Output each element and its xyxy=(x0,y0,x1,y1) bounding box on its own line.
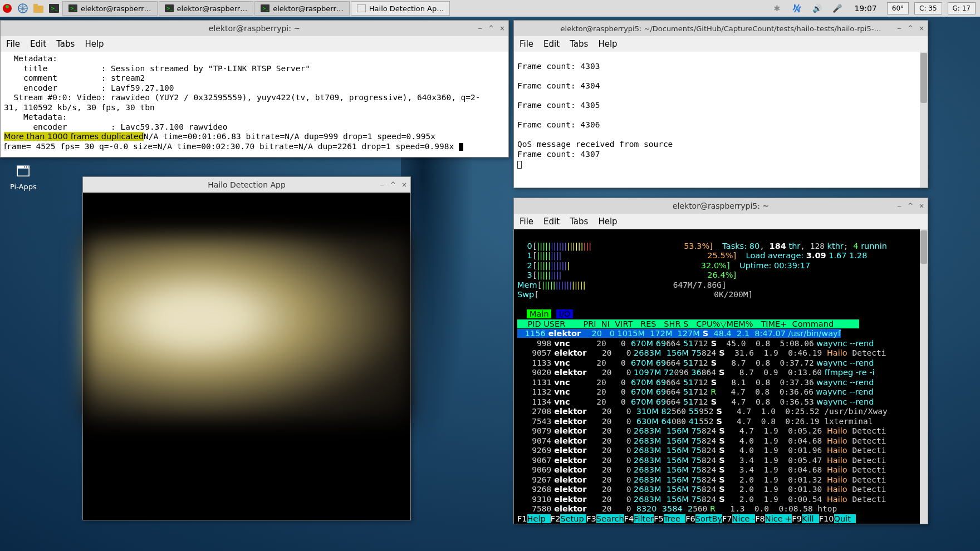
terminal-window-2[interactable]: elektor@raspberrypi5: ~/Documents/GitHub… xyxy=(513,20,928,188)
scrollbar[interactable] xyxy=(920,52,928,188)
svg-rect-13 xyxy=(357,4,366,12)
svg-point-1 xyxy=(6,5,9,8)
menubar: File Edit Tabs Help xyxy=(1,36,508,52)
file-manager-icon[interactable] xyxy=(31,1,46,16)
taskbar-app[interactable]: Hailo Detection Ap… xyxy=(351,1,450,16)
terminal-window-1[interactable]: elektor@raspberrypi: ~ ‒ ^ × File Edit T… xyxy=(0,20,509,158)
menu-file[interactable]: File xyxy=(520,217,533,227)
web-browser-icon[interactable] xyxy=(16,1,30,16)
menu-tabs[interactable]: Tabs xyxy=(56,39,75,49)
taskbar: >_ >_elektor@raspberr…>_elektor@raspberr… xyxy=(0,0,980,17)
menu-file[interactable]: File xyxy=(520,39,533,49)
svg-text:>_: >_ xyxy=(70,6,77,11)
close-icon[interactable]: × xyxy=(498,24,506,32)
app-menu-icon[interactable] xyxy=(0,1,14,16)
scrollbar[interactable] xyxy=(920,229,928,524)
svg-rect-4 xyxy=(33,4,38,7)
hailo-detection-window[interactable]: Hailo Detection App ‒ ^ × xyxy=(82,176,411,520)
menu-help[interactable]: Help xyxy=(598,217,617,227)
temp-indicator[interactable]: 60° xyxy=(887,2,909,14)
menu-edit[interactable]: Edit xyxy=(543,39,560,49)
maximize-icon[interactable]: ^ xyxy=(906,202,914,210)
terminal-window-htop[interactable]: elektor@raspberrypi5: ~ ‒ ^ × File Edit … xyxy=(513,198,928,524)
taskbar-app[interactable]: >_elektor@raspberr… xyxy=(254,1,350,16)
network-icon[interactable] xyxy=(790,1,804,16)
video-frame xyxy=(83,234,410,421)
close-icon[interactable]: × xyxy=(400,181,408,189)
menu-tabs[interactable]: Tabs xyxy=(570,39,588,49)
menu-file[interactable]: File xyxy=(6,39,20,49)
maximize-icon[interactable]: ^ xyxy=(906,24,914,32)
menubar: File Edit Tabs Help xyxy=(514,214,928,229)
svg-text:>_: >_ xyxy=(166,6,173,11)
taskbar-app[interactable]: >_elektor@raspberr… xyxy=(62,1,158,16)
close-icon[interactable]: × xyxy=(918,24,925,32)
menu-help[interactable]: Help xyxy=(85,39,104,49)
terminal-output[interactable]: Metadata: title : Session streamed by "T… xyxy=(1,52,508,157)
minimize-icon[interactable]: ‒ xyxy=(895,24,903,32)
window-icon xyxy=(357,4,366,12)
menu-edit[interactable]: Edit xyxy=(543,217,560,227)
minimize-icon[interactable]: ‒ xyxy=(378,181,386,189)
terminal-icon: >_ xyxy=(68,4,77,12)
minimize-icon[interactable]: ‒ xyxy=(476,24,484,32)
pi-apps-icon: 🗔 xyxy=(16,163,31,180)
menu-tabs[interactable]: Tabs xyxy=(570,217,588,227)
mic-icon[interactable]: 🎤 xyxy=(830,1,844,16)
menu-edit[interactable]: Edit xyxy=(30,39,46,49)
clock[interactable]: 19:07 xyxy=(850,4,881,13)
cpu-indicator[interactable]: C: 35 xyxy=(914,2,942,14)
svg-text:>_: >_ xyxy=(51,6,58,11)
svg-text:>_: >_ xyxy=(262,6,269,11)
titlebar[interactable]: elektor@raspberrypi5: ~ ‒ ^ × xyxy=(514,198,928,214)
desktop-icon-pi-apps[interactable]: 🗔 Pi-Apps xyxy=(10,161,37,191)
menu-help[interactable]: Help xyxy=(598,39,617,49)
terminal-output[interactable]: Frame count: 4303 Frame count: 4304 Fram… xyxy=(514,52,928,188)
minimize-icon[interactable]: ‒ xyxy=(895,202,903,210)
titlebar[interactable]: elektor@raspberrypi: ~ ‒ ^ × xyxy=(1,21,508,36)
taskbar-app[interactable]: >_elektor@raspberr… xyxy=(159,1,254,16)
bluetooth-icon[interactable]: ✱ xyxy=(770,1,784,16)
terminal-icon[interactable]: >_ xyxy=(47,1,61,16)
gpu-indicator[interactable]: G: 17 xyxy=(948,2,976,14)
menubar: File Edit Tabs Help xyxy=(514,36,928,52)
titlebar[interactable]: elektor@raspberrypi5: ~/Documents/GitHub… xyxy=(514,21,928,36)
terminal-icon: >_ xyxy=(261,4,270,12)
volume-icon[interactable]: 🔊 xyxy=(810,1,824,16)
close-icon[interactable]: × xyxy=(918,202,925,210)
maximize-icon[interactable]: ^ xyxy=(487,24,495,32)
terminal-icon: >_ xyxy=(165,4,174,12)
titlebar[interactable]: Hailo Detection App ‒ ^ × xyxy=(83,177,410,193)
video-viewport xyxy=(83,193,410,520)
maximize-icon[interactable]: ^ xyxy=(389,181,397,189)
htop-output[interactable]: 0[|||||||||||||||||||| 53.3%] Tasks: 80,… xyxy=(514,229,928,524)
